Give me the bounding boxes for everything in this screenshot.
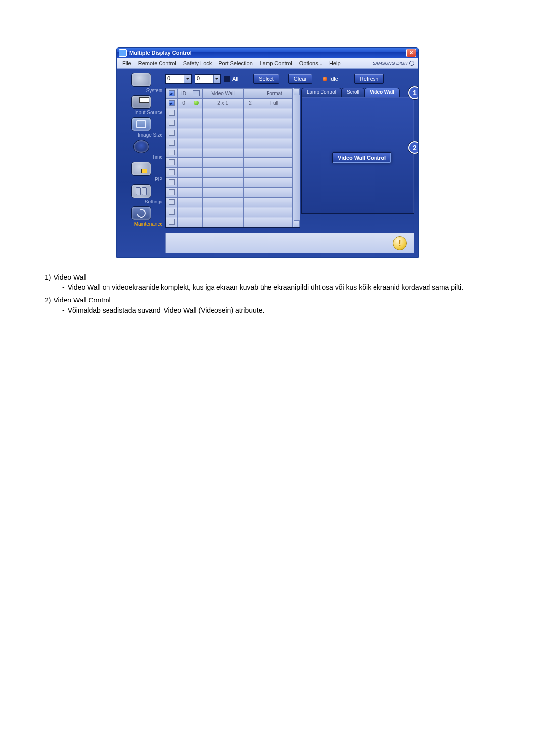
table-row[interactable]: 0 2 x 1 2 Full — [166, 99, 292, 108]
tab-body: Video Wall Control — [301, 97, 414, 214]
sidebar-label-time: Time — [118, 154, 164, 160]
table-scrollbar[interactable] — [292, 88, 300, 227]
sidebar-item-pip[interactable]: PIP — [119, 162, 163, 182]
status-header-icon — [193, 90, 200, 96]
all-checkbox[interactable]: All — [224, 76, 238, 82]
menu-file[interactable]: File — [119, 58, 135, 68]
id-from-value: 0 — [166, 75, 184, 83]
app-icon — [119, 49, 127, 57]
table-row[interactable] — [166, 148, 292, 158]
chevron-down-icon[interactable] — [184, 75, 191, 83]
table-row[interactable] — [166, 138, 292, 148]
row-checkbox[interactable] — [169, 100, 175, 106]
row-checkbox[interactable] — [169, 189, 175, 195]
table-row[interactable] — [166, 158, 292, 168]
app-window: Multiple Display Control × File Remote C… — [116, 47, 419, 258]
checkbox-icon — [169, 90, 175, 96]
table-row[interactable] — [166, 217, 292, 227]
row-checkbox[interactable] — [169, 120, 175, 126]
notes-section: 1) Video Wall - Video Wall on videoekraa… — [45, 273, 490, 315]
table-row[interactable] — [166, 168, 292, 178]
row-checkbox[interactable] — [169, 150, 175, 155]
header-id[interactable]: ID — [178, 89, 190, 99]
row-checkbox[interactable] — [169, 199, 175, 205]
sidebar: System Input Source Image Size Time PIP — [117, 69, 165, 230]
table-row[interactable] — [166, 198, 292, 207]
window-title: Multiple Display Control — [129, 50, 192, 56]
menu-remote-control[interactable]: Remote Control — [135, 58, 180, 68]
sidebar-item-maintenance[interactable]: Maintenance — [119, 206, 163, 227]
table-row[interactable] — [166, 118, 292, 128]
time-icon — [133, 140, 149, 153]
main-panel: 0 0 All Select Clear — [165, 69, 418, 230]
status-ok-icon — [194, 101, 199, 105]
menu-port-selection[interactable]: Port Selection — [215, 58, 256, 68]
row-checkbox[interactable] — [169, 159, 175, 165]
table-row[interactable] — [166, 188, 292, 198]
row-checkbox[interactable] — [169, 219, 175, 225]
input-source-icon — [131, 95, 151, 109]
menu-options[interactable]: Options... — [296, 58, 326, 68]
right-tabs: Lamp Control Scroll Video Wall Video Wal… — [301, 88, 414, 228]
row-checkbox[interactable] — [169, 110, 175, 116]
id-from-dropdown[interactable]: 0 — [165, 74, 192, 84]
table-row[interactable] — [166, 108, 292, 118]
sidebar-item-time[interactable]: Time — [119, 140, 163, 160]
sidebar-item-system[interactable]: System — [119, 73, 163, 93]
pip-icon — [131, 162, 151, 176]
refresh-button[interactable]: Refresh — [354, 74, 384, 84]
row-checkbox[interactable] — [169, 140, 175, 146]
header-videowall[interactable]: Video Wall — [203, 89, 244, 99]
video-wall-control-button[interactable]: Video Wall Control — [332, 152, 391, 163]
header-count[interactable] — [244, 89, 257, 99]
table-row[interactable] — [166, 207, 292, 217]
sidebar-item-settings[interactable]: Settings — [119, 184, 163, 204]
row-checkbox[interactable] — [169, 209, 175, 215]
titlebar[interactable]: Multiple Display Control × — [117, 48, 418, 58]
brand-label: SAMSUNG DIGIT — [373, 61, 416, 66]
note2-body: Võimaldab seadistada suvandi Video Wall … — [68, 306, 265, 315]
client-area: System Input Source Image Size Time PIP — [117, 69, 418, 257]
toolbar: 0 0 All Select Clear — [165, 73, 414, 85]
maintenance-icon — [131, 206, 151, 220]
chevron-down-icon[interactable] — [213, 75, 220, 83]
callout-2: 2 — [408, 141, 419, 154]
table-row[interactable] — [166, 178, 292, 188]
sidebar-label-system: System — [118, 88, 164, 93]
menu-safety-lock[interactable]: Safety Lock — [180, 58, 215, 68]
warning-icon: ! — [393, 236, 407, 250]
table-header-row: ID Video Wall Format — [166, 89, 292, 99]
row-checkbox[interactable] — [169, 130, 175, 136]
row-checkbox[interactable] — [169, 169, 175, 175]
sidebar-label-settings: Settings — [118, 199, 164, 204]
row-checkbox[interactable] — [169, 179, 175, 185]
clear-button[interactable]: Clear — [288, 74, 312, 84]
close-button[interactable]: × — [406, 49, 416, 57]
sidebar-label-image: Image Size — [118, 132, 164, 138]
display-table: ID Video Wall Format 0 2 x 1 — [165, 88, 300, 228]
header-status[interactable] — [190, 89, 203, 99]
sidebar-label-maintenance: Maintenance — [118, 221, 164, 227]
note1-number: 1) — [45, 273, 51, 282]
note1-title: Video Wall — [54, 273, 86, 282]
menu-lamp-control[interactable]: Lamp Control — [256, 58, 296, 68]
sidebar-item-input-source[interactable]: Input Source — [119, 95, 163, 115]
tab-video-wall[interactable]: Video Wall — [364, 88, 400, 97]
note1-dash: - — [62, 283, 65, 292]
id-to-dropdown[interactable]: 0 — [195, 74, 221, 84]
menu-help[interactable]: Help — [326, 58, 344, 68]
image-size-icon — [131, 117, 151, 131]
note1-body: Video Wall on videoekraanide komplekt, k… — [68, 283, 463, 292]
status-dot-icon — [323, 77, 327, 81]
header-check[interactable] — [166, 89, 178, 99]
table-row[interactable] — [166, 128, 292, 138]
cell-videowall: 2 x 1 — [203, 99, 244, 108]
cell-count: 2 — [244, 99, 257, 108]
select-button[interactable]: Select — [253, 74, 279, 84]
note2-title: Video Wall Control — [54, 296, 110, 304]
checkbox-icon — [224, 76, 230, 82]
tab-scroll[interactable]: Scroll — [341, 88, 365, 97]
tab-lamp-control[interactable]: Lamp Control — [301, 88, 342, 97]
sidebar-item-image-size[interactable]: Image Size — [119, 117, 163, 138]
header-format[interactable]: Format — [257, 89, 292, 99]
